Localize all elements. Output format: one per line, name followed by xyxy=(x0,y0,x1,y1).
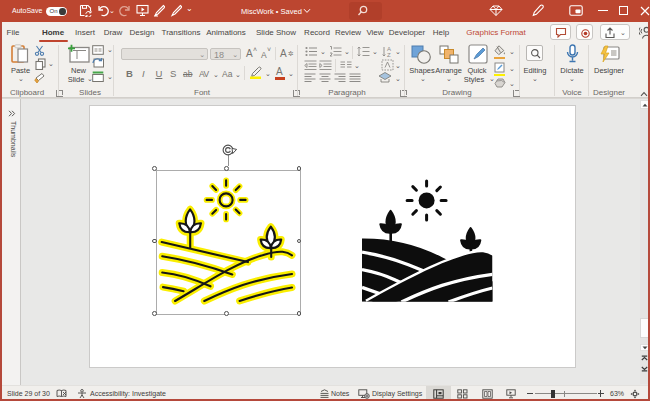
svg-text:Z: Z xyxy=(387,52,391,58)
